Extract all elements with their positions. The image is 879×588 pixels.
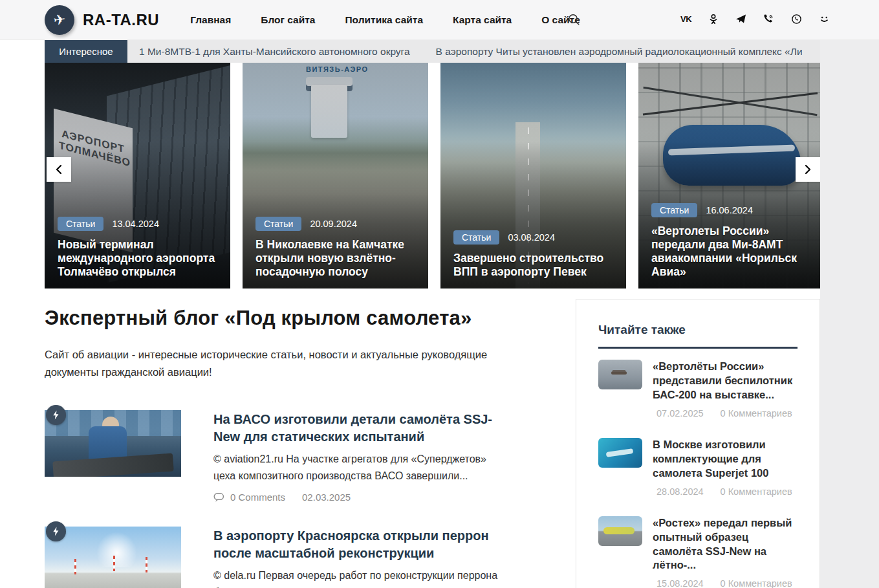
sidebar-article-meta: 07.02.2025 0 Комментариев	[653, 408, 798, 419]
sidebar-article-comments: 0 Комментариев	[721, 486, 792, 497]
category-badge[interactable]: Статьи	[255, 217, 301, 231]
slide-date: 16.06.2024	[706, 205, 753, 215]
sidebar-title-underline	[598, 347, 798, 349]
article-meta: 0 Comments 02.03.2025	[213, 492, 511, 503]
article-thumbnail[interactable]	[45, 527, 181, 588]
featured-carousel: АЭРОПОРТ ТОЛМАЧЁВО Статьи13.04.2024 Новы…	[45, 63, 820, 289]
vk-icon[interactable]: VK	[680, 13, 691, 25]
article-excerpt: © dela.ru Первая очередь работ по реконс…	[213, 567, 511, 588]
article-thumbnail[interactable]	[45, 410, 181, 503]
sidebar-article-item[interactable]: В Москве изготовили комплектующие для са…	[598, 438, 798, 497]
page-right-gutter	[820, 40, 879, 588]
carousel-slide[interactable]: АЭРОПОРТ ТОЛМАЧЁВО Статьи13.04.2024 Новы…	[45, 63, 230, 289]
article-date: 02.03.2025	[302, 492, 351, 503]
sidebar-article-item[interactable]: «Ростех» передал первый опытный образец …	[598, 516, 798, 588]
sidebar-thumb-expo	[598, 438, 642, 468]
search-icon[interactable]	[568, 14, 580, 26]
sidebar-title: Читайте также	[598, 323, 798, 337]
viber-phone-icon[interactable]	[763, 13, 774, 25]
article-excerpt: © aviation21.ru На участке агрегатов для…	[213, 451, 511, 484]
article-title[interactable]: На ВАСО изготовили детали самолёта SSJ-N…	[213, 411, 511, 445]
ticker-items: 1 Ми-8МТВ-1 для Ханты-Мансийского автоно…	[127, 46, 803, 58]
sidebar-thumb-helicopter	[598, 360, 642, 389]
slide-title[interactable]: «Вертолеты России» передали два Ми-8АМТ …	[651, 224, 816, 279]
odnoklassniki-icon[interactable]	[708, 13, 719, 25]
dzen-smile-icon[interactable]	[819, 13, 830, 25]
sidebar-article-title[interactable]: «Ростех» передал первый опытный образец …	[653, 516, 798, 573]
nav-item-home[interactable]: Главная	[190, 14, 231, 26]
slide-date: 13.04.2024	[112, 219, 159, 229]
nav-item-blog[interactable]: Блог сайта	[261, 14, 315, 26]
article-photo-apron	[45, 527, 181, 588]
read-also-sidebar: Читайте также «Вертолёты России» предста…	[576, 299, 820, 588]
category-badge[interactable]: Статьи	[651, 203, 697, 217]
category-badge[interactable]: Статьи	[453, 230, 499, 245]
slide-title[interactable]: Завершено строительство ВПП в аэропорту …	[453, 252, 618, 279]
sidebar-article-meta: 15.08.2024 0 Комментариев	[653, 578, 798, 588]
article-title[interactable]: В аэропорту Красноярска открыли перрон п…	[213, 527, 511, 561]
sidebar-article-date: 15.08.2024	[657, 578, 704, 588]
nav-item-sitemap[interactable]: Карта сайта	[453, 14, 512, 26]
airplane-logo-icon: ✈	[45, 5, 74, 35]
ticker-label: Интересное	[45, 40, 127, 63]
carousel-slide[interactable]: Статьи03.08.2024 Завершено строительство…	[440, 63, 626, 289]
comments-count[interactable]: 0 Comments	[230, 492, 285, 503]
sidebar-article-title[interactable]: В Москве изготовили комплектующие для са…	[653, 438, 798, 481]
nav-item-policy[interactable]: Политика сайта	[345, 14, 423, 26]
sidebar-article-meta: 28.08.2024 0 Комментариев	[653, 486, 798, 497]
slide-date: 20.09.2024	[310, 219, 357, 229]
category-badge[interactable]: Статьи	[58, 217, 103, 231]
slide-title[interactable]: Новый терминал международного аэропорта …	[58, 238, 222, 279]
news-ticker: Интересное 1 Ми-8МТВ-1 для Ханты-Мансийс…	[45, 40, 820, 63]
slide-title[interactable]: В Николаевке на Камчатке открыли новую в…	[255, 238, 420, 279]
sidebar-article-comments: 0 Комментариев	[721, 578, 792, 588]
carousel-track: АЭРОПОРТ ТОЛМАЧЁВО Статьи13.04.2024 Новы…	[45, 63, 820, 289]
telegram-icon[interactable]	[735, 13, 746, 25]
sidebar-article-date: 07.02.2025	[657, 408, 704, 419]
ticker-item[interactable]: В аэропорту Читы установлен аэродромный …	[436, 46, 803, 58]
sidebar-article-date: 28.08.2024	[657, 486, 704, 497]
sidebar-article-item[interactable]: «Вертолёты России» представили беспилотн…	[598, 360, 798, 419]
site-description: Сайт об авиации - интересные исторически…	[45, 346, 531, 380]
main-nav: Главная Блог сайта Политика сайта Карта …	[190, 14, 580, 26]
article-photo-vaso	[45, 410, 181, 477]
site-logo[interactable]: ✈ RA-TA.RU	[45, 5, 159, 35]
comments-icon	[213, 492, 224, 503]
slide-date: 03.08.2024	[508, 232, 555, 243]
article-list-item: В аэропорту Красноярска открыли перрон п…	[45, 527, 531, 588]
site-title: RA-TA.RU	[83, 11, 159, 29]
article-list-item: На ВАСО изготовили детали самолёта SSJ-N…	[45, 410, 531, 503]
carousel-slide[interactable]: Статьи16.06.2024 «Вертолеты России» пере…	[638, 63, 820, 289]
sidebar-article-title[interactable]: «Вертолёты России» представили беспилотн…	[653, 360, 798, 402]
page-title: Экспертный блог «Под крылом самолета»	[45, 307, 531, 330]
social-links: VK	[680, 13, 830, 25]
main-column: Экспертный блог «Под крылом самолета» Са…	[45, 289, 531, 588]
ticker-item[interactable]: 1 Ми-8МТВ-1 для Ханты-Мансийского автоно…	[139, 46, 410, 58]
carousel-slide[interactable]: ВИТЯЗЬ-АЭРО Статьи20.09.2024 В Николаевк…	[243, 63, 428, 289]
carousel-prev-button[interactable]	[47, 157, 71, 182]
carousel-next-button[interactable]	[796, 157, 820, 182]
sidebar-thumb-ssj	[598, 516, 642, 546]
site-header: ✈ RA-TA.RU Главная Блог сайта Политика с…	[0, 0, 879, 40]
sidebar-article-comments: 0 Комментариев	[721, 408, 792, 419]
content-row: Экспертный блог «Под крылом самолета» Са…	[45, 289, 820, 588]
whatsapp-icon[interactable]	[791, 13, 802, 25]
